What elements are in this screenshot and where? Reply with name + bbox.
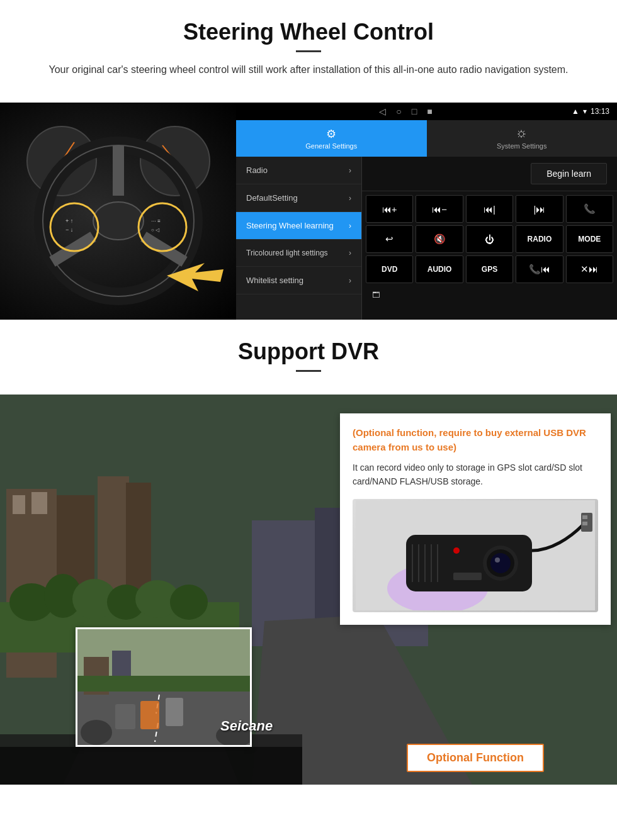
chevron-icon: › xyxy=(349,166,351,175)
menu-item-default-label: DefaultSetting xyxy=(246,193,298,203)
mode-btn[interactable]: MODE xyxy=(566,225,613,253)
menu-item-radio[interactable]: Radio › xyxy=(236,157,361,184)
svg-text:⋯  ≡: ⋯ ≡ xyxy=(151,218,161,224)
menu-item-whitelist[interactable]: Whitelist setting › xyxy=(236,267,361,294)
radio-btn[interactable]: RADIO xyxy=(516,225,563,253)
dvr-image-area: Seicane (Optional function, require to b… xyxy=(0,395,617,785)
settings-tabs: ⚙ General Settings ⛭ System Settings xyxy=(236,120,617,157)
wifi-icon: ▾ xyxy=(583,107,587,116)
chevron-icon: › xyxy=(349,249,351,257)
dvr-optional-text: (Optional function, require to buy exter… xyxy=(353,426,598,454)
svg-rect-61 xyxy=(582,515,587,519)
svg-rect-62 xyxy=(582,522,587,525)
svg-rect-74 xyxy=(453,573,482,580)
dvr-camera-image xyxy=(353,499,598,612)
svg-point-73 xyxy=(453,547,460,554)
prev-btn[interactable]: ⏮| xyxy=(466,195,513,223)
menu-item-steering-wheel[interactable]: Steering Wheel learning › xyxy=(236,212,361,240)
title-divider xyxy=(296,50,321,52)
svg-point-9 xyxy=(93,202,144,240)
vol-up-btn[interactable]: ⏮+ xyxy=(366,195,413,223)
svg-text:+  ↑: + ↑ xyxy=(65,218,73,224)
optional-function-badge-area: Optional Function xyxy=(340,744,611,772)
system-settings-icon: ⛭ xyxy=(516,128,528,141)
panel-body: Radio › DefaultSetting › Steering Wheel … xyxy=(236,157,617,320)
svg-rect-52 xyxy=(115,704,135,729)
menu-item-whitelist-label: Whitelist setting xyxy=(246,276,303,285)
svg-rect-45 xyxy=(0,747,302,785)
begin-learn-row: Begin learn xyxy=(362,157,617,191)
phone-btn[interactable]: 📞 xyxy=(566,195,613,223)
svg-line-7 xyxy=(52,237,93,262)
system-settings-label: System Settings xyxy=(497,142,546,150)
chevron-icon: › xyxy=(349,194,351,203)
control-buttons-grid: ⏮+ ⏮− ⏮| |⏭ 📞 ↩ 🔇 ⏻ RADIO MODE DVD AUDIO… xyxy=(362,191,617,287)
menu-item-tricoloured-label: Tricoloured light settings xyxy=(246,249,328,257)
vol-down-btn[interactable]: ⏮− xyxy=(416,195,463,223)
signal-icon: ▲ xyxy=(572,107,579,116)
svg-rect-20 xyxy=(31,492,47,514)
optional-function-badge: Optional Function xyxy=(407,744,544,772)
svg-point-53 xyxy=(81,720,112,745)
status-bar: ◁ ○ □ ■ ▲ ▾ 13:13 xyxy=(236,103,617,120)
back-call-btn[interactable]: ↩ xyxy=(366,225,413,253)
steering-wheel-photo: + ↑ − ↓ ⋯ ≡ ○ ◁ xyxy=(0,103,236,320)
back-icon[interactable]: ◁ xyxy=(379,106,386,116)
dvr-section: Support DVR xyxy=(0,320,617,785)
steering-demo-container: + ↑ − ↓ ⋯ ≡ ○ ◁ ◁ ○ □ ■ ▲ ▾ 13:13 xyxy=(0,103,617,320)
steering-section: Steering Wheel Control Your original car… xyxy=(0,0,617,103)
svg-rect-57 xyxy=(77,676,250,692)
svg-point-72 xyxy=(495,557,500,563)
tab-general-settings[interactable]: ⚙ General Settings xyxy=(236,120,427,157)
dvr-title: Support DVR xyxy=(25,339,592,365)
svg-marker-16 xyxy=(167,263,224,291)
svg-point-71 xyxy=(490,553,511,573)
status-time: 13:13 xyxy=(591,107,609,116)
dvd-btn[interactable]: DVD xyxy=(366,255,413,283)
general-settings-icon: ⚙ xyxy=(326,127,336,141)
tab-system-settings[interactable]: ⛭ System Settings xyxy=(427,120,618,157)
mute-btn[interactable]: 🔇 xyxy=(416,225,463,253)
chevron-icon: › xyxy=(349,276,351,285)
phone-prev-btn[interactable]: 📞⏮ xyxy=(516,255,563,283)
audio-btn[interactable]: AUDIO xyxy=(416,255,463,283)
svg-point-30 xyxy=(170,585,208,620)
steering-title: Steering Wheel Control xyxy=(25,19,592,45)
power-btn[interactable]: ⏻ xyxy=(466,225,513,253)
close-next-btn[interactable]: ✕⏭ xyxy=(566,255,613,283)
menu-icon[interactable]: ■ xyxy=(427,106,432,116)
svg-rect-19 xyxy=(13,495,25,514)
svg-text:−  ↓: − ↓ xyxy=(65,227,73,233)
gps-btn[interactable]: GPS xyxy=(466,255,513,283)
whitelist-icon: 🗔 xyxy=(372,291,380,300)
recents-icon[interactable]: □ xyxy=(412,106,417,116)
nav-icons-area: ◁ ○ □ ■ xyxy=(244,106,568,116)
dvr-title-area: Support DVR xyxy=(0,320,617,395)
menu-item-radio-label: Radio xyxy=(246,165,268,175)
menu-item-steering-label: Steering Wheel learning xyxy=(246,221,334,230)
begin-learn-button[interactable]: Begin learn xyxy=(531,163,607,184)
seicane-brand: Seicane xyxy=(220,718,273,734)
svg-rect-51 xyxy=(166,698,183,726)
whitelist-row: 🗔 xyxy=(362,287,617,303)
seicane-text: Seicane xyxy=(220,718,273,734)
steering-description: Your original car's steering wheel contr… xyxy=(38,62,579,77)
next-btn[interactable]: |⏭ xyxy=(516,195,563,223)
chevron-icon: › xyxy=(349,221,351,230)
general-settings-label: General Settings xyxy=(305,142,357,150)
steering-wheel-graphic: + ↑ − ↓ ⋯ ≡ ○ ◁ xyxy=(0,103,236,320)
svg-line-8 xyxy=(144,237,184,262)
settings-menu: Radio › DefaultSetting › Steering Wheel … xyxy=(236,157,362,320)
home-icon[interactable]: ○ xyxy=(396,106,401,116)
arrow-svg xyxy=(167,263,224,304)
controls-column: Begin learn ⏮+ ⏮− ⏮| |⏭ 📞 ↩ 🔇 ⏻ RADIO MO… xyxy=(362,157,617,320)
dvr-title-divider xyxy=(296,370,321,372)
dvr-camera-svg xyxy=(356,500,595,610)
menu-item-tricoloured[interactable]: Tricoloured light settings › xyxy=(236,240,361,267)
svg-text:○  ◁: ○ ◁ xyxy=(151,227,160,233)
menu-item-default-setting[interactable]: DefaultSetting › xyxy=(236,184,361,212)
dvr-background: Seicane (Optional function, require to b… xyxy=(0,395,617,785)
dvr-info-card: (Optional function, require to buy exter… xyxy=(340,413,611,625)
dvr-description: It can record video only to storage in G… xyxy=(353,461,598,489)
svg-rect-50 xyxy=(140,701,159,729)
